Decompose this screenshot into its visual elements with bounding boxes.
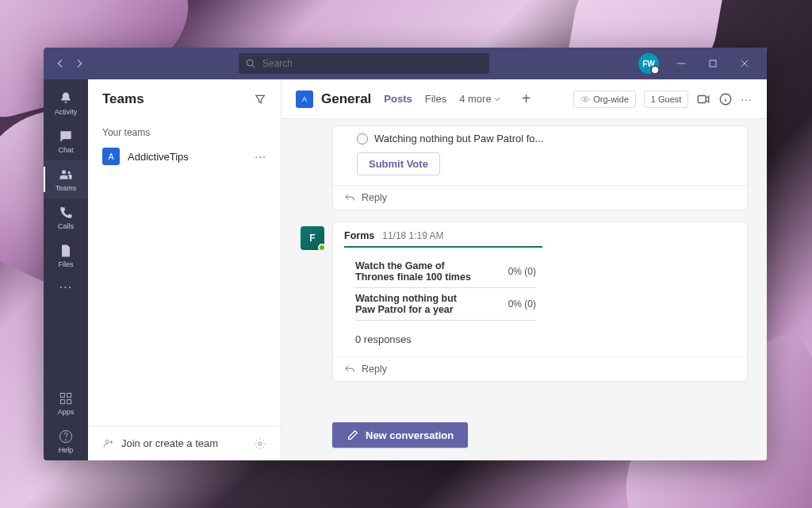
teams-title: Teams <box>102 91 144 107</box>
bell-icon <box>58 90 74 106</box>
svg-point-11 <box>259 442 262 445</box>
apprail-teams[interactable]: Teams <box>44 160 88 198</box>
poll-option-row[interactable]: Watching nothing but Paw Patrol fo... <box>357 133 736 144</box>
apprail-activity[interactable]: Activity <box>44 84 88 122</box>
message-forms-results: F Forms 11/18 1:19 AM Watch the Game of … <box>301 221 748 382</box>
apprail-files-label: Files <box>58 260 73 268</box>
help-icon <box>58 429 74 444</box>
svg-rect-5 <box>67 393 71 397</box>
compose-icon <box>347 429 359 441</box>
svg-point-2 <box>62 170 66 174</box>
search-input[interactable] <box>262 58 483 69</box>
svg-point-3 <box>68 171 71 174</box>
poll-result-row: Watching nothing but Paw Patrol for a ye… <box>355 288 536 321</box>
your-teams-label: Your teams <box>88 119 281 143</box>
message-poll-vote: Watching nothing but Paw Patrol fo... Su… <box>332 125 748 210</box>
join-create-label: Join or create a team <box>121 437 218 449</box>
apprail-chat-label: Chat <box>58 146 73 154</box>
add-tab-button[interactable]: + <box>522 90 531 108</box>
tab-posts[interactable]: Posts <box>384 93 412 105</box>
apprail-apps-label: Apps <box>58 408 75 416</box>
apprail-help[interactable]: Help <box>44 422 88 460</box>
filter-icon[interactable] <box>254 93 266 106</box>
svg-point-9 <box>66 440 67 441</box>
reply-button[interactable]: Reply <box>333 185 747 210</box>
svg-rect-6 <box>60 400 64 404</box>
svg-rect-1 <box>710 60 716 67</box>
profile-avatar[interactable]: FW <box>638 53 659 74</box>
info-icon[interactable] <box>718 92 733 106</box>
teams-icon <box>58 167 74 183</box>
apprail-calls[interactable]: Calls <box>44 198 88 237</box>
poll-result-row: Watch the Game of Thrones finale 100 tim… <box>355 256 536 288</box>
tab-more[interactable]: 4 more <box>459 93 500 105</box>
submit-vote-button[interactable]: Submit Vote <box>357 152 440 175</box>
eye-icon <box>580 94 590 104</box>
content-pane: A General Posts Files 4 more + Org-wide … <box>282 79 767 460</box>
team-avatar: A <box>102 148 120 165</box>
guest-badge[interactable]: 1 Guest <box>644 90 689 108</box>
meet-icon[interactable] <box>696 92 710 106</box>
messages-list: Watching nothing but Paw Patrol fo... Su… <box>282 119 767 422</box>
file-icon <box>58 243 74 259</box>
join-create-team-button[interactable]: Join or create a team <box>102 437 218 450</box>
close-button[interactable] <box>729 48 760 79</box>
apprail-teams-label: Teams <box>56 184 77 192</box>
svg-rect-13 <box>699 95 707 102</box>
poll-result-label: Watch the Game of Thrones finale 100 tim… <box>355 260 478 283</box>
team-more-button[interactable]: ··· <box>255 150 266 163</box>
tab-files[interactable]: Files <box>425 93 446 105</box>
forms-accent-bar <box>344 246 542 248</box>
message-timestamp: 11/18 1:19 AM <box>382 230 443 241</box>
svg-point-0 <box>247 60 253 66</box>
svg-rect-7 <box>67 400 71 404</box>
apprail-files[interactable]: Files <box>44 237 88 275</box>
titlebar: FW <box>44 48 767 79</box>
search-box[interactable] <box>239 53 489 74</box>
svg-point-12 <box>584 98 587 100</box>
apprail-more[interactable]: ··· <box>59 275 72 300</box>
maximize-button[interactable] <box>697 48 729 79</box>
apprail-calls-label: Calls <box>58 222 74 230</box>
chevron-down-icon <box>493 95 501 103</box>
back-button[interactable] <box>55 58 66 69</box>
channel-avatar: A <box>296 90 313 108</box>
apps-icon <box>58 391 74 406</box>
app-rail: Activity Chat Teams Calls Files ··· <box>44 79 88 460</box>
phone-icon <box>58 205 74 221</box>
forms-avatar: F <box>301 226 324 250</box>
search-icon <box>245 58 256 69</box>
responses-count: 0 responses <box>333 321 747 356</box>
gear-icon[interactable] <box>254 437 266 450</box>
apprail-chat[interactable]: Chat <box>44 122 88 160</box>
channel-more-button[interactable]: ··· <box>741 93 753 106</box>
minimize-button[interactable] <box>665 48 697 79</box>
poll-option-label: Watching nothing but Paw Patrol fo... <box>374 133 543 144</box>
org-wide-badge[interactable]: Org-wide <box>573 90 636 108</box>
apprail-activity-label: Activity <box>55 108 78 116</box>
teams-pane: Teams Your teams A AddictiveTips ··· Joi… <box>88 79 282 460</box>
svg-rect-4 <box>60 393 64 397</box>
channel-title: General <box>321 91 371 107</box>
team-row[interactable]: A AddictiveTips ··· <box>88 143 281 170</box>
reply-button[interactable]: Reply <box>333 356 747 381</box>
new-conversation-button[interactable]: New conversation <box>332 422 468 448</box>
forward-button[interactable] <box>74 58 85 69</box>
channel-header: A General Posts Files 4 more + Org-wide … <box>282 79 767 119</box>
app-window: FW Activity Chat T <box>44 48 767 460</box>
radio-icon[interactable] <box>357 133 368 144</box>
apprail-apps[interactable]: Apps <box>44 384 88 422</box>
poll-result-value: 0% (0) <box>508 266 536 277</box>
sender-name: Forms <box>344 230 374 241</box>
reply-icon <box>344 364 355 375</box>
svg-point-10 <box>105 440 109 443</box>
poll-result-value: 0% (0) <box>508 298 536 310</box>
chat-icon <box>58 129 74 144</box>
team-name: AddictiveTips <box>128 151 247 163</box>
reply-icon <box>344 192 355 203</box>
poll-result-label: Watching nothing but Paw Patrol for a ye… <box>355 293 478 315</box>
apprail-help-label: Help <box>59 446 74 454</box>
people-add-icon <box>102 437 115 450</box>
